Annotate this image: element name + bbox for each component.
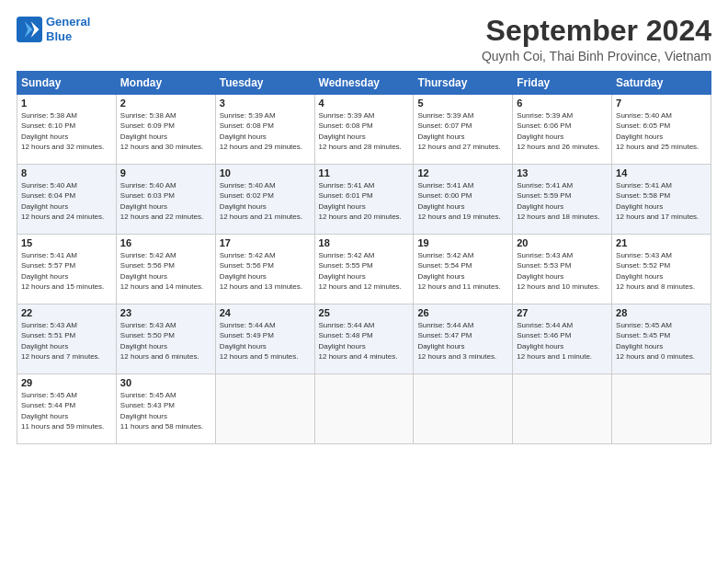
col-friday: Friday <box>513 72 612 95</box>
day-number: 25 <box>319 307 410 318</box>
cell-info: Sunrise: 5:41 AMSunset: 5:59 PMDaylight … <box>517 181 599 221</box>
day-number: 2 <box>120 98 211 109</box>
cell-info: Sunrise: 5:45 AMSunset: 5:44 PMDaylight … <box>21 391 104 431</box>
calendar-table: Sunday Monday Tuesday Wednesday Thursday… <box>17 71 711 444</box>
day-number: 10 <box>220 167 311 178</box>
cell-info: Sunrise: 5:44 AMSunset: 5:47 PMDaylight … <box>417 321 496 361</box>
cell-info: Sunrise: 5:43 AMSunset: 5:50 PMDaylight … <box>120 321 199 361</box>
cell-info: Sunrise: 5:41 AMSunset: 6:00 PMDaylight … <box>417 181 500 221</box>
col-saturday: Saturday <box>612 72 711 95</box>
cell-info: Sunrise: 5:42 AMSunset: 5:56 PMDaylight … <box>220 251 302 291</box>
calendar-cell: 23 Sunrise: 5:43 AMSunset: 5:50 PMDaylig… <box>116 304 215 374</box>
day-number: 9 <box>120 167 211 178</box>
cell-info: Sunrise: 5:44 AMSunset: 5:46 PMDaylight … <box>517 321 592 361</box>
calendar-cell: 29 Sunrise: 5:45 AMSunset: 5:44 PMDaylig… <box>17 374 117 444</box>
day-number: 8 <box>21 167 112 178</box>
week-row: 15 Sunrise: 5:41 AMSunset: 5:57 PMDaylig… <box>17 235 711 304</box>
calendar-cell: 1 Sunrise: 5:38 AMSunset: 6:10 PMDayligh… <box>17 95 117 165</box>
cell-info: Sunrise: 5:43 AMSunset: 5:52 PMDaylight … <box>616 251 695 291</box>
day-number: 27 <box>517 307 608 318</box>
cell-info: Sunrise: 5:40 AMSunset: 6:02 PMDaylight … <box>220 181 302 221</box>
day-number: 11 <box>319 167 410 178</box>
cell-info: Sunrise: 5:42 AMSunset: 5:56 PMDaylight … <box>120 251 203 291</box>
cell-info: Sunrise: 5:39 AMSunset: 6:08 PMDaylight … <box>319 111 402 151</box>
col-wednesday: Wednesday <box>314 72 414 95</box>
col-monday: Monday <box>116 72 215 95</box>
calendar-cell: 2 Sunrise: 5:38 AMSunset: 6:09 PMDayligh… <box>116 95 215 165</box>
logo-general: General <box>46 15 90 29</box>
calendar-cell: 19 Sunrise: 5:42 AMSunset: 5:54 PMDaylig… <box>414 235 513 304</box>
calendar-cell: 17 Sunrise: 5:42 AMSunset: 5:56 PMDaylig… <box>215 235 314 304</box>
day-number: 1 <box>21 98 112 109</box>
cell-info: Sunrise: 5:39 AMSunset: 6:06 PMDaylight … <box>517 111 599 151</box>
day-number: 13 <box>517 167 608 178</box>
calendar-cell: 25 Sunrise: 5:44 AMSunset: 5:48 PMDaylig… <box>314 304 414 374</box>
col-tuesday: Tuesday <box>215 72 314 95</box>
week-row: 8 Sunrise: 5:40 AMSunset: 6:04 PMDayligh… <box>17 165 711 235</box>
day-number: 15 <box>21 237 112 248</box>
week-row: 1 Sunrise: 5:38 AMSunset: 6:10 PMDayligh… <box>17 95 711 165</box>
logo-blue: Blue <box>46 29 72 43</box>
day-number: 12 <box>417 167 508 178</box>
col-sunday: Sunday <box>17 72 117 95</box>
day-number: 18 <box>319 237 410 248</box>
calendar-cell <box>612 374 711 444</box>
calendar-cell: 15 Sunrise: 5:41 AMSunset: 5:57 PMDaylig… <box>17 235 117 304</box>
cell-info: Sunrise: 5:44 AMSunset: 5:48 PMDaylight … <box>319 321 398 361</box>
cell-info: Sunrise: 5:45 AMSunset: 5:43 PMDaylight … <box>120 391 203 431</box>
calendar-cell: 16 Sunrise: 5:42 AMSunset: 5:56 PMDaylig… <box>116 235 215 304</box>
month-title: September 2024 <box>482 15 711 47</box>
calendar-cell: 18 Sunrise: 5:42 AMSunset: 5:55 PMDaylig… <box>314 235 414 304</box>
cell-info: Sunrise: 5:41 AMSunset: 5:58 PMDaylight … <box>616 181 699 221</box>
calendar-cell: 21 Sunrise: 5:43 AMSunset: 5:52 PMDaylig… <box>612 235 711 304</box>
cell-info: Sunrise: 5:39 AMSunset: 6:07 PMDaylight … <box>417 111 500 151</box>
calendar-cell: 3 Sunrise: 5:39 AMSunset: 6:08 PMDayligh… <box>215 95 314 165</box>
cell-info: Sunrise: 5:40 AMSunset: 6:05 PMDaylight … <box>616 111 699 151</box>
week-row: 22 Sunrise: 5:43 AMSunset: 5:51 PMDaylig… <box>17 304 711 374</box>
day-number: 28 <box>616 307 707 318</box>
day-number: 24 <box>220 307 311 318</box>
cell-info: Sunrise: 5:45 AMSunset: 5:45 PMDaylight … <box>616 321 695 361</box>
logo: General Blue <box>17 15 90 43</box>
day-number: 14 <box>616 167 707 178</box>
col-thursday: Thursday <box>414 72 513 95</box>
header-row: Sunday Monday Tuesday Wednesday Thursday… <box>17 72 711 95</box>
cell-info: Sunrise: 5:42 AMSunset: 5:54 PMDaylight … <box>417 251 500 291</box>
calendar-cell <box>414 374 513 444</box>
cell-info: Sunrise: 5:39 AMSunset: 6:08 PMDaylight … <box>220 111 302 151</box>
day-number: 30 <box>120 377 211 388</box>
day-number: 16 <box>120 237 211 248</box>
calendar-page: General Blue September 2024 Quynh Coi, T… <box>0 0 728 563</box>
calendar-cell: 22 Sunrise: 5:43 AMSunset: 5:51 PMDaylig… <box>17 304 117 374</box>
calendar-cell <box>314 374 414 444</box>
calendar-cell: 11 Sunrise: 5:41 AMSunset: 6:01 PMDaylig… <box>314 165 414 235</box>
calendar-cell: 26 Sunrise: 5:44 AMSunset: 5:47 PMDaylig… <box>414 304 513 374</box>
cell-info: Sunrise: 5:43 AMSunset: 5:51 PMDaylight … <box>21 321 100 361</box>
location-title: Quynh Coi, Thai Binh Province, Vietnam <box>482 49 711 63</box>
calendar-cell: 28 Sunrise: 5:45 AMSunset: 5:45 PMDaylig… <box>612 304 711 374</box>
day-number: 7 <box>616 98 707 109</box>
day-number: 19 <box>417 237 508 248</box>
calendar-cell: 4 Sunrise: 5:39 AMSunset: 6:08 PMDayligh… <box>314 95 414 165</box>
calendar-cell: 10 Sunrise: 5:40 AMSunset: 6:02 PMDaylig… <box>215 165 314 235</box>
cell-info: Sunrise: 5:43 AMSunset: 5:53 PMDaylight … <box>517 251 599 291</box>
day-number: 22 <box>21 307 112 318</box>
day-number: 3 <box>220 98 311 109</box>
calendar-cell: 13 Sunrise: 5:41 AMSunset: 5:59 PMDaylig… <box>513 165 612 235</box>
day-number: 21 <box>616 237 707 248</box>
day-number: 4 <box>319 98 410 109</box>
calendar-cell: 27 Sunrise: 5:44 AMSunset: 5:46 PMDaylig… <box>513 304 612 374</box>
calendar-cell: 5 Sunrise: 5:39 AMSunset: 6:07 PMDayligh… <box>414 95 513 165</box>
day-number: 6 <box>517 98 608 109</box>
calendar-cell: 20 Sunrise: 5:43 AMSunset: 5:53 PMDaylig… <box>513 235 612 304</box>
cell-info: Sunrise: 5:44 AMSunset: 5:49 PMDaylight … <box>220 321 299 361</box>
day-number: 20 <box>517 237 608 248</box>
calendar-cell: 12 Sunrise: 5:41 AMSunset: 6:00 PMDaylig… <box>414 165 513 235</box>
day-number: 5 <box>417 98 508 109</box>
cell-info: Sunrise: 5:41 AMSunset: 5:57 PMDaylight … <box>21 251 104 291</box>
cell-info: Sunrise: 5:42 AMSunset: 5:55 PMDaylight … <box>319 251 402 291</box>
calendar-cell: 9 Sunrise: 5:40 AMSunset: 6:03 PMDayligh… <box>116 165 215 235</box>
calendar-cell: 6 Sunrise: 5:39 AMSunset: 6:06 PMDayligh… <box>513 95 612 165</box>
calendar-cell: 24 Sunrise: 5:44 AMSunset: 5:49 PMDaylig… <box>215 304 314 374</box>
cell-info: Sunrise: 5:38 AMSunset: 6:10 PMDaylight … <box>21 111 104 151</box>
